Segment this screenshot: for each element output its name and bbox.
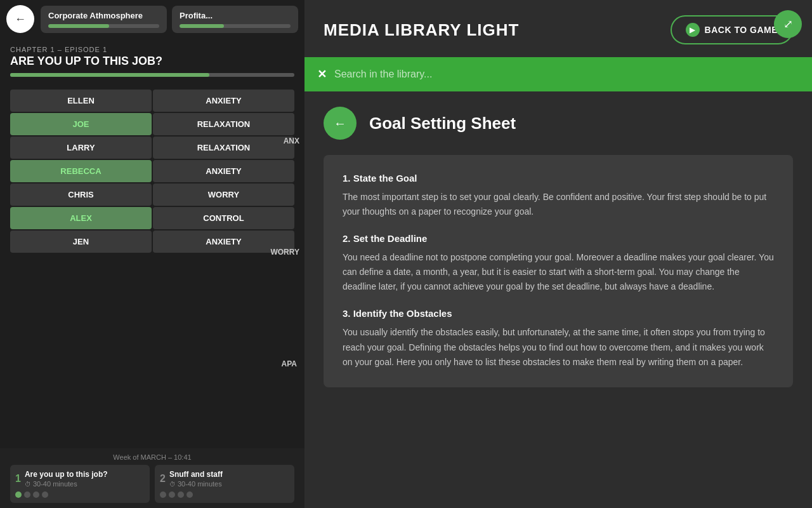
fullscreen-button[interactable]: ⤢: [774, 10, 802, 38]
character-grid: ELLEN ANXIETY JOE RELAXATION LARRY RELAX…: [10, 90, 294, 253]
card-bar-1: [48, 24, 159, 28]
search-bar: ✕: [304, 57, 812, 91]
overlay-panel: MEDIA LIBRARY LIGHT ▶ BACK TO GAME ✕ ← G…: [304, 0, 812, 508]
card-bar-fill-1: [48, 24, 109, 28]
chapter-info: CHAPTER 1 – Episode 1 ARE YOU UP TO THIS…: [0, 38, 304, 82]
char-relaxation-2: RELAXATION: [153, 137, 294, 159]
dot-2: [24, 491, 30, 498]
section-1-title: 1. State the Goal: [343, 173, 774, 184]
chapter-progress-fill: [10, 73, 209, 77]
char-larry: LARRY: [10, 137, 152, 159]
char-ellen: ELLEN: [10, 90, 152, 112]
content-area: ← Goal Setting Sheet 1. State the Goal T…: [304, 91, 812, 508]
corporate-atmosphere-card: Corporate Athmosphere: [41, 6, 167, 33]
section-2-title: 2. Set the Deadline: [343, 233, 774, 244]
card-bar-2: [180, 24, 291, 28]
document-card: 1. State the Goal The most important ste…: [324, 155, 793, 387]
section-1-text: The most important step is to set your g…: [343, 190, 774, 219]
dot-4: [42, 491, 48, 498]
char-rebecca: REBECCA: [10, 160, 152, 182]
char-jen: JEN: [10, 231, 152, 253]
game-cards: Corporate Athmosphere Profita...: [41, 6, 298, 33]
episode-1-number: 1: [15, 473, 21, 485]
game-background: ← Corporate Athmosphere Profita... CHAPT…: [0, 0, 304, 508]
game-episodes: 1 Are you up to this job? ⏱ 30-40 minute…: [10, 465, 294, 503]
episode-1-title: Are you up to this job?: [25, 470, 108, 479]
char-control: CONTROL: [153, 207, 294, 229]
section-3-text: You usually identify the obstacles easil…: [343, 325, 774, 369]
section-3-title: 3. Identify the Obstacles: [343, 308, 774, 319]
card-title-1: Corporate Athmosphere: [48, 11, 159, 20]
char-relaxation-1: RELAXATION: [153, 113, 294, 135]
chapter-title: ARE YOU UP TO THIS JOB?: [10, 55, 294, 68]
chapter-progress-bar: [10, 73, 294, 77]
game-bottom: Week of MARCH – 10:41 1 Are you up to th…: [0, 448, 304, 508]
document-header: ← Goal Setting Sheet: [324, 107, 793, 140]
search-input[interactable]: [334, 69, 799, 80]
chapter-label: CHAPTER 1 – Episode 1: [10, 46, 294, 53]
overlay-header: MEDIA LIBRARY LIGHT ▶ BACK TO GAME: [304, 0, 812, 57]
profita-card: Profita...: [172, 6, 298, 33]
episode-1-time: ⏱ 30-40 minutes: [25, 480, 108, 488]
episode-2-card: 2 Snuff and staff ⏱ 30-40 minutes: [155, 465, 294, 503]
document-title: Goal Setting Sheet: [369, 114, 516, 133]
dot-7: [178, 491, 184, 498]
dot-6: [169, 491, 175, 498]
char-anxiety-2: ANXIETY: [153, 160, 294, 182]
back-to-game-label: BACK TO GAME: [705, 25, 778, 35]
fullscreen-icon: ⤢: [783, 17, 793, 31]
search-close-icon[interactable]: ✕: [317, 67, 327, 81]
char-alex: ALEX: [10, 207, 152, 229]
document-back-button[interactable]: ←: [324, 107, 357, 140]
episode-2-title: Snuff and staff: [169, 470, 223, 479]
dot-1: [15, 491, 22, 498]
doc-back-icon: ←: [334, 116, 346, 131]
game-bottom-date: Week of MARCH – 10:41: [10, 453, 294, 461]
card-bar-fill-2: [180, 24, 224, 28]
back-arrow-icon: ←: [15, 13, 26, 26]
apa-label: APA: [282, 359, 297, 368]
dot-5: [160, 491, 166, 498]
play-icon: ▶: [686, 23, 700, 37]
card-title-2: Profita...: [180, 11, 291, 20]
media-library-title: MEDIA LIBRARY LIGHT: [324, 20, 519, 40]
char-joe: JOE: [10, 113, 152, 135]
char-chris: CHRIS: [10, 184, 152, 206]
char-worry: WORRY: [153, 184, 294, 206]
episode-2-number: 2: [160, 473, 166, 485]
char-anxiety-1: ANXIETY: [153, 90, 294, 112]
worry-right-label: WORRY: [270, 248, 299, 257]
episode-1-card: 1 Are you up to this job? ⏱ 30-40 minute…: [10, 465, 150, 503]
section-2-text: You need a deadline not to postpone comp…: [343, 250, 774, 294]
episode-1-dots: [15, 491, 145, 498]
episode-2-dots: [160, 491, 289, 498]
dot-8: [187, 491, 193, 498]
game-back-button[interactable]: ←: [6, 5, 34, 33]
episode-2-time: ⏱ 30-40 minutes: [169, 480, 223, 488]
dot-3: [33, 491, 39, 498]
anx-label: ANX: [284, 137, 299, 145]
game-top-bar: ← Corporate Athmosphere Profita...: [0, 0, 304, 38]
